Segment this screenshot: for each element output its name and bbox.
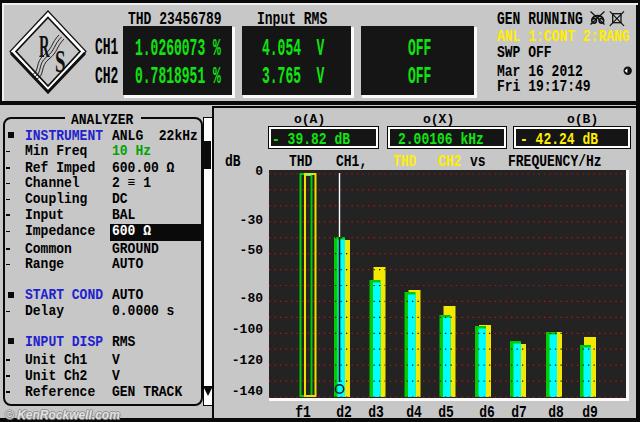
svg-text:R: R [39, 29, 50, 64]
svg-text:S: S [55, 44, 66, 79]
